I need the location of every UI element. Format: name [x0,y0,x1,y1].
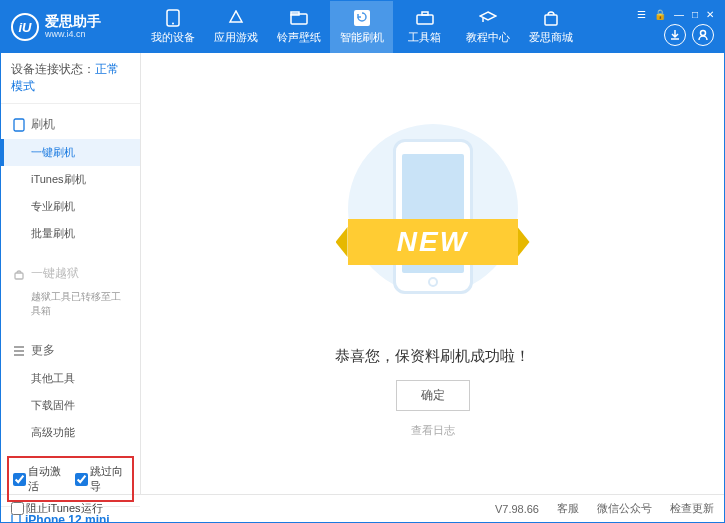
svg-point-8 [701,30,706,35]
main-content: NEW 恭喜您，保资料刷机成功啦！ 确定 查看日志 [141,53,724,494]
svg-point-1 [172,23,174,25]
ok-button[interactable]: 确定 [396,380,470,411]
check-update-link[interactable]: 检查更新 [670,501,714,516]
nav-label: 教程中心 [466,30,510,45]
version-label: V7.98.66 [495,503,539,515]
nav-ringtones[interactable]: 铃声壁纸 [267,1,330,53]
nav-store[interactable]: 爱思商城 [519,1,582,53]
sidebar-item-other-tools[interactable]: 其他工具 [1,365,140,392]
nav-my-device[interactable]: 我的设备 [141,1,204,53]
maximize-icon[interactable]: □ [692,9,698,20]
checkbox-block-itunes[interactable]: 阻止iTunes运行 [11,501,103,516]
nav-tutorials[interactable]: 教程中心 [456,1,519,53]
graduation-icon [479,9,497,27]
main-nav: 我的设备 应用游戏 铃声壁纸 智能刷机 工具箱 教程中心 爱思商城 [141,1,637,53]
toolbox-icon [416,9,434,27]
svg-rect-10 [15,273,23,279]
refresh-icon [353,9,371,27]
user-button[interactable] [692,24,714,46]
view-log-link[interactable]: 查看日志 [411,423,455,438]
app-header: iU 爱思助手 www.i4.cn 我的设备 应用游戏 铃声壁纸 智能刷机 工具… [1,1,724,53]
svg-rect-6 [422,12,428,15]
apps-icon [227,9,245,27]
logo-area: iU 爱思助手 www.i4.cn [11,13,141,41]
nav-label: 铃声壁纸 [277,30,321,45]
sidebar-section-flash[interactable]: 刷机 [1,110,140,139]
nav-label: 智能刷机 [340,30,384,45]
support-link[interactable]: 客服 [557,501,579,516]
minimize-icon[interactable]: — [674,9,684,20]
success-message: 恭喜您，保资料刷机成功啦！ [335,347,530,366]
sidebar-section-jailbreak: 一键越狱 [1,259,140,288]
folder-icon [290,9,308,27]
nav-smart-flash[interactable]: 智能刷机 [330,1,393,53]
menu-icon[interactable]: ☰ [637,9,646,20]
sidebar: 设备连接状态：正常模式 刷机 一键刷机 iTunes刷机 专业刷机 批量刷机 一… [1,53,141,494]
svg-rect-5 [417,15,433,24]
sidebar-item-itunes-flash[interactable]: iTunes刷机 [1,166,140,193]
window-controls: ☰ 🔒 — □ ✕ [637,9,714,20]
sidebar-section-more[interactable]: 更多 [1,336,140,365]
phone-small-icon [13,118,25,132]
phone-icon [164,9,182,27]
nav-toolbox[interactable]: 工具箱 [393,1,456,53]
bag-icon [542,9,560,27]
sidebar-item-download-firmware[interactable]: 下载固件 [1,392,140,419]
connection-status: 设备连接状态：正常模式 [1,53,140,104]
nav-label: 爱思商城 [529,30,573,45]
new-badge: NEW [348,219,518,265]
list-icon [13,346,25,356]
svg-rect-7 [545,15,557,25]
logo-icon: iU [11,13,39,41]
download-button[interactable] [664,24,686,46]
jailbreak-note: 越狱工具已转移至工具箱 [1,288,140,324]
lock-icon[interactable]: 🔒 [654,9,666,20]
checkbox-skip-guide[interactable]: 跳过向导 [75,464,129,494]
nav-apps-games[interactable]: 应用游戏 [204,1,267,53]
checkbox-auto-activate[interactable]: 自动激活 [13,464,67,494]
nav-label: 应用游戏 [214,30,258,45]
brand-name: 爱思助手 [45,14,101,29]
sidebar-item-batch-flash[interactable]: 批量刷机 [1,220,140,247]
svg-rect-9 [14,119,24,131]
close-icon[interactable]: ✕ [706,9,714,20]
nav-label: 工具箱 [408,30,441,45]
sidebar-item-pro-flash[interactable]: 专业刷机 [1,193,140,220]
options-highlight-box: 自动激活 跳过向导 [7,456,134,502]
nav-label: 我的设备 [151,30,195,45]
brand-url: www.i4.cn [45,30,101,40]
sidebar-item-advanced[interactable]: 高级功能 [1,419,140,446]
lock-small-icon [13,268,25,280]
phone-illustration: NEW [353,119,513,329]
sidebar-item-oneclick-flash[interactable]: 一键刷机 [1,139,140,166]
wechat-link[interactable]: 微信公众号 [597,501,652,516]
